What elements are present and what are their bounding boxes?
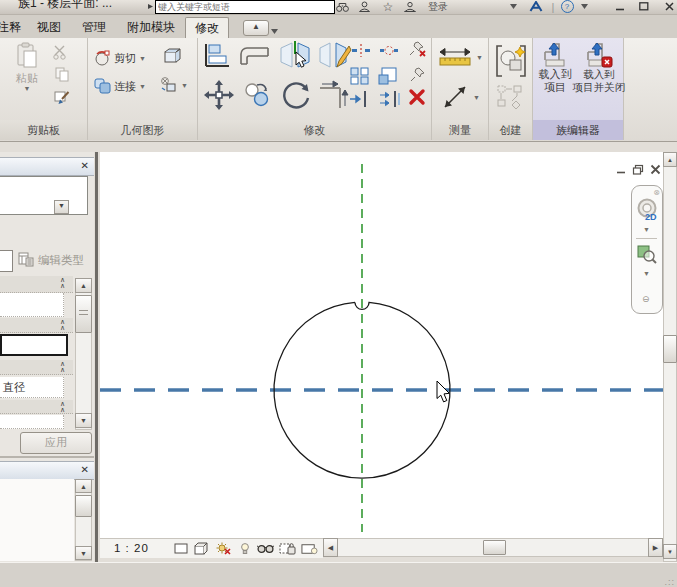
temporary-hide-isolate-button[interactable] (257, 541, 274, 556)
h-scroll-left-button[interactable]: ◀ (323, 538, 338, 557)
create-group-tool[interactable] (496, 84, 524, 112)
type-selector[interactable] (0, 176, 88, 215)
h-scrollbar-thumb[interactable] (483, 540, 506, 555)
panel-label-measure[interactable]: 测量 (432, 120, 488, 140)
maximize-button[interactable] (636, 0, 652, 13)
panel-label-modify[interactable]: 修改 (198, 120, 431, 140)
crop-view-button[interactable] (279, 541, 296, 556)
pin-tool[interactable] (410, 66, 426, 86)
browser-scrollbar-thumb[interactable] (75, 495, 92, 517)
search-binoculars-icon[interactable] (335, 0, 350, 13)
measure-aligned-button[interactable]: ▼ (437, 46, 483, 68)
drawing-area[interactable]: ⊗ 2D ▼ ▼ ⊖ (100, 152, 663, 538)
edit-type-button[interactable]: 编辑类型 (38, 253, 84, 268)
property-group-header[interactable]: ∧∧ (0, 276, 73, 293)
close-button[interactable] (662, 0, 677, 13)
flyout-arrow-icon[interactable] (146, 0, 154, 13)
view-window-restore-button[interactable] (632, 164, 644, 177)
sign-in-label[interactable]: 登录 (424, 0, 452, 13)
tab-addins[interactable]: 附加模块 (118, 17, 184, 38)
copy-tool[interactable] (242, 82, 272, 110)
property-row[interactable] (0, 415, 64, 429)
visual-style-button[interactable] (193, 541, 210, 556)
search-input[interactable] (155, 0, 335, 14)
zoom-dropdown-icon[interactable]: ▼ (643, 270, 650, 277)
move-tool[interactable] (204, 80, 234, 112)
wheel-dropdown-icon[interactable]: ▼ (643, 226, 650, 233)
shadows-button[interactable] (236, 541, 253, 556)
view-window-minimize-button[interactable] (616, 165, 627, 177)
tab-annotate[interactable]: 注释 (0, 17, 30, 38)
property-row[interactable] (0, 293, 64, 317)
view-scale-label[interactable]: 1 : 20 (114, 542, 149, 554)
unpin-tool[interactable] (408, 40, 428, 60)
measure-angular-button[interactable]: ▼ (440, 82, 480, 112)
rotate-tool[interactable] (280, 80, 312, 112)
tab-manage[interactable]: 管理 (73, 17, 115, 38)
h-scroll-right-button[interactable]: ▶ (648, 538, 663, 557)
mirror-pick-axis-tool[interactable] (278, 40, 314, 74)
panel-label-family-editor[interactable]: 族编辑器 (533, 120, 623, 140)
properties-scroll-down-button[interactable]: ▼ (75, 413, 92, 428)
demolish-button[interactable]: ▼ (160, 76, 188, 94)
project-browser-header[interactable]: ✕ (0, 461, 94, 480)
mirror-draw-axis-tool[interactable] (318, 40, 352, 74)
create-component-tool[interactable] (494, 43, 528, 81)
zoom-button[interactable] (637, 244, 657, 266)
split-with-gap-tool[interactable] (378, 43, 400, 60)
properties-close-icon[interactable]: ✕ (81, 160, 89, 172)
delete-tool[interactable] (408, 88, 426, 108)
minimize-button[interactable] (612, 0, 628, 13)
scale-tool[interactable] (378, 67, 398, 87)
diameter-row[interactable]: 直径 (0, 377, 64, 398)
align-tool[interactable] (202, 42, 232, 72)
signin-dropdown-icon[interactable] (508, 0, 518, 13)
split-element-tool[interactable] (350, 43, 372, 60)
match-type-brush-icon[interactable] (54, 90, 71, 109)
ribbon-collapse-button[interactable]: ▲ (243, 20, 269, 36)
type-selector-dropdown-icon[interactable]: ▼ (54, 200, 69, 214)
array-tool[interactable] (350, 67, 370, 87)
copy-icon[interactable] (54, 66, 70, 84)
offset-align-tool[interactable] (348, 90, 372, 110)
navbar-minimize-icon[interactable]: ⊖ (642, 294, 650, 304)
resize-grip[interactable]: .:: (664, 577, 675, 587)
load-into-project-button[interactable]: 载入到 项目 (535, 42, 575, 94)
v-scrollbar-thumb[interactable] (663, 335, 677, 363)
community-icon[interactable] (402, 0, 418, 13)
apply-button[interactable]: 应用 (20, 432, 92, 454)
type-combo-stub[interactable] (0, 250, 13, 272)
project-browser-close-icon[interactable]: ✕ (81, 464, 89, 476)
multi-align-tool[interactable] (378, 90, 402, 110)
panel-label-create[interactable]: 创建 (489, 120, 532, 140)
project-browser-list[interactable] (0, 479, 74, 561)
navbar-close-icon[interactable]: ⊗ (653, 188, 660, 197)
property-group-header[interactable]: ∧∧ (0, 318, 73, 333)
browser-scroll-down-button[interactable]: ▼ (75, 546, 92, 560)
browser-scroll-up-button[interactable]: ▲ (75, 479, 92, 493)
tab-modify[interactable]: 修改 (185, 17, 229, 39)
cut-geometry-button[interactable]: 剪切▼ (94, 50, 146, 66)
v-scroll-up-button[interactable]: ▲ (663, 152, 677, 167)
cut-clipboard-icon[interactable] (52, 44, 70, 62)
view-window-close-button[interactable] (650, 164, 661, 177)
profile-icon[interactable] (356, 0, 372, 13)
tab-view[interactable]: 视图 (28, 17, 70, 38)
paste-button[interactable]: 粘贴 ▼ (10, 42, 44, 92)
load-into-project-close-button[interactable]: 载入到 项目并关闭 (575, 42, 623, 94)
properties-header[interactable]: ✕ (0, 157, 94, 176)
sun-path-button[interactable] (214, 541, 231, 556)
properties-scroll-up-button[interactable]: ▲ (75, 278, 92, 293)
v-scroll-down-button[interactable]: ▼ (663, 544, 677, 559)
panel-label-geometry[interactable]: 几何图形 (88, 120, 197, 140)
palette-canvas-divider[interactable] (95, 152, 98, 562)
cope-tool[interactable] (238, 42, 272, 72)
detail-level-button[interactable] (172, 541, 189, 556)
help-icon[interactable]: ? (560, 0, 574, 13)
help-dropdown-icon[interactable] (579, 0, 589, 13)
ribbon-collapse-dropdown-icon[interactable] (271, 24, 278, 36)
reveal-hidden-button[interactable] (301, 541, 318, 556)
properties-scrollbar-thumb[interactable] (75, 295, 92, 333)
favorites-star-icon[interactable]: ☆ (380, 0, 396, 13)
trim-extend-tool[interactable] (318, 80, 352, 112)
